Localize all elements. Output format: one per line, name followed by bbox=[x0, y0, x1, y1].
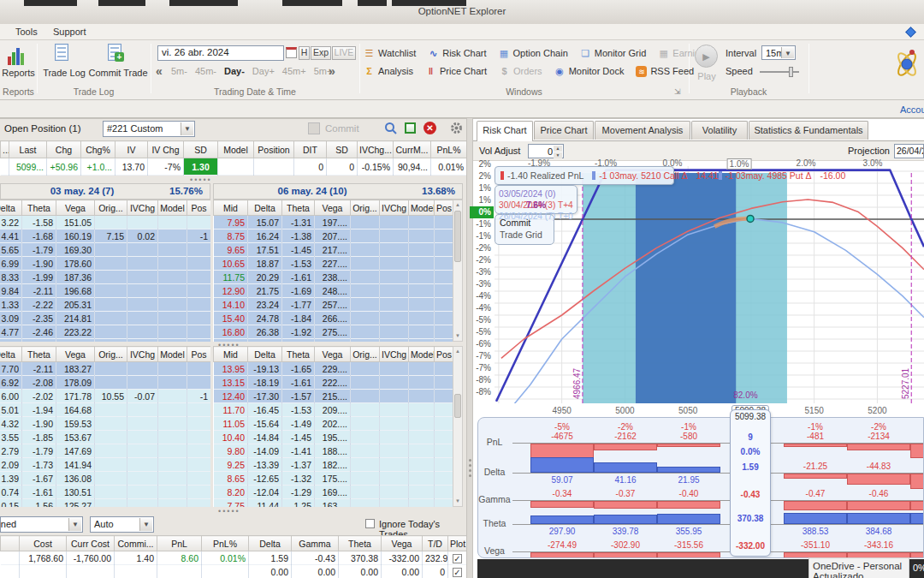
projection-date-input[interactable]: 26/04/2024 bbox=[894, 144, 924, 158]
column-header[interactable]: Model bbox=[158, 347, 187, 362]
option-row[interactable]: 12.40 -17.30 -1.57 215.... bbox=[214, 390, 453, 403]
step-forward-chevron[interactable]: » bbox=[329, 64, 335, 78]
window-toggle-button[interactable]: Price Chart bbox=[425, 63, 487, 79]
option-row[interactable]: 6.99 -1.90 178.60 bbox=[0, 257, 210, 271]
strategy-select[interactable]: #221 Custom▼ bbox=[103, 121, 195, 137]
reports-icon[interactable] bbox=[7, 45, 27, 65]
option-row[interactable]: 8.65 -12.65 -1.32 175.... bbox=[214, 472, 453, 486]
column-header[interactable]: PnL% bbox=[431, 141, 467, 158]
window-toggle-button[interactable]: Risk Chart bbox=[428, 45, 486, 61]
option-row[interactable]: 2.79 -1.79 147.69 bbox=[0, 444, 210, 458]
commit-button[interactable]: Commit bbox=[325, 123, 359, 134]
vol-adjust-spinner[interactable]: 0 ▲▼ bbox=[528, 144, 564, 158]
search-icon[interactable] bbox=[384, 122, 398, 135]
option-row[interactable]: 3.55 -1.85 153.67 bbox=[0, 431, 210, 444]
column-header[interactable]: Model bbox=[409, 200, 435, 216]
trading-date-input[interactable]: vi. 26 abr. 2024 bbox=[157, 45, 284, 61]
column-header[interactable]: Vega bbox=[315, 200, 351, 216]
option-row[interactable]: 6.27 -2.55 232.63 bbox=[0, 339, 210, 343]
option-row[interactable]: 10.40 -14.84 -1.45 195.... bbox=[214, 431, 453, 444]
column-header[interactable]: Pos bbox=[435, 347, 453, 362]
view-mode-select[interactable]: Combined▼ bbox=[0, 516, 83, 533]
column-header[interactable]: Delta bbox=[248, 200, 282, 216]
dialog-launcher-icon[interactable]: ⇲ bbox=[674, 87, 681, 96]
column-header[interactable]: Vega bbox=[56, 200, 95, 216]
column-header[interactable]: Orig... bbox=[351, 200, 380, 216]
option-row[interactable]: 7.75 -11.44 -1.25 163.... bbox=[214, 499, 453, 508]
option-row[interactable]: 2.09 -1.73 141.94 bbox=[0, 458, 210, 472]
resize-handle[interactable]: ••••• bbox=[218, 507, 240, 515]
column-header[interactable]: IV bbox=[116, 141, 148, 158]
option-row[interactable]: 1.33 -2.22 205.31 bbox=[0, 298, 210, 312]
exp-button[interactable]: Exp bbox=[311, 46, 331, 60]
option-row[interactable]: 8.20 -12.04 -1.29 169.... bbox=[214, 486, 453, 499]
history-button[interactable]: H bbox=[299, 46, 310, 60]
column-header[interactable]: Mid bbox=[214, 200, 248, 216]
option-row[interactable]: 8.33 -1.99 187.36 bbox=[0, 271, 210, 284]
commit-trade-icon[interactable]: + bbox=[108, 44, 121, 61]
option-row[interactable]: 7.95 15.07 -1.31 197.... bbox=[214, 216, 453, 229]
time-step-item[interactable]: 45m- bbox=[195, 66, 216, 76]
column-header[interactable] bbox=[1, 536, 20, 551]
export-grid-icon[interactable] bbox=[405, 122, 416, 134]
option-row[interactable]: 13.95 -19.13 -1.65 229.... bbox=[214, 362, 453, 376]
column-header[interactable]: Model bbox=[158, 200, 187, 216]
column-header[interactable]: Chg% bbox=[81, 141, 116, 158]
option-row[interactable]: 7.70 -2.11 183.27 bbox=[0, 362, 210, 376]
column-header[interactable]: Delta bbox=[0, 347, 22, 362]
column-header[interactable]: Model bbox=[409, 347, 435, 362]
option-row[interactable]: 11.70 -16.45 -1.53 209.... bbox=[214, 403, 453, 417]
column-header[interactable]: IVChg bbox=[380, 347, 409, 362]
live-button[interactable]: LIVE bbox=[332, 46, 356, 60]
column-header[interactable]: Vega bbox=[382, 536, 423, 551]
option-row[interactable]: 12.90 21.75 -1.69 248.... bbox=[214, 284, 453, 298]
column-header[interactable]: Vega bbox=[315, 347, 351, 362]
option-row[interactable]: 14.10 23.24 -1.77 257.... bbox=[214, 298, 453, 312]
time-step-item[interactable]: 45m+ bbox=[282, 66, 306, 76]
column-header[interactable]: Curr Cost bbox=[67, 536, 115, 551]
tab-movement-analysis[interactable]: Movement Analysis bbox=[595, 121, 690, 140]
column-header[interactable]: Delta bbox=[248, 347, 282, 362]
time-step-item[interactable]: Day- bbox=[224, 66, 245, 76]
column-header[interactable]: IVChg bbox=[380, 200, 409, 216]
speed-slider-thumb[interactable] bbox=[789, 67, 793, 77]
column-header[interactable]: Delta bbox=[249, 536, 292, 551]
column-header[interactable]: Mid bbox=[214, 347, 248, 362]
commit-trade-button[interactable]: Commit Trade bbox=[87, 68, 149, 78]
column-header[interactable]: Theta bbox=[282, 200, 315, 216]
option-row[interactable]: 1.39 -1.67 136.08 bbox=[0, 472, 210, 486]
column-header[interactable]: SD bbox=[327, 141, 358, 158]
menu-tools[interactable]: Tools bbox=[12, 27, 41, 37]
option-row[interactable]: 0.15 -1.56 125.27 bbox=[0, 499, 210, 508]
option-row[interactable]: 11.75 20.29 -1.61 238.... bbox=[214, 271, 453, 284]
column-header[interactable]: Position bbox=[254, 141, 294, 158]
column-header[interactable]: IV Chg bbox=[148, 141, 184, 158]
scrollbar-upper[interactable]: ▲▼ bbox=[453, 200, 463, 342]
reports-button[interactable]: Reports bbox=[0, 68, 37, 78]
option-row[interactable]: 11.05 -15.64 -1.49 202.... bbox=[214, 417, 453, 431]
column-header[interactable]: IVChg bbox=[127, 200, 158, 216]
window-toggle-button[interactable]: Monitor Dock bbox=[554, 63, 625, 79]
column-header[interactable]: Pos bbox=[187, 347, 211, 362]
gear-icon[interactable] bbox=[450, 122, 463, 134]
column-header[interactable]: Theta bbox=[22, 347, 56, 362]
column-header[interactable]: IVChg bbox=[127, 347, 158, 362]
option-row[interactable]: 4.41 -1.68 160.19 7.15 0.02 -1 bbox=[0, 229, 210, 243]
column-header[interactable]: PnL% bbox=[202, 536, 249, 551]
option-row[interactable]: 8.75 16.24 -1.38 207.... bbox=[214, 229, 453, 243]
option-row[interactable]: 16.80 26.38 -1.92 275.... bbox=[214, 325, 453, 339]
column-header[interactable]: Last bbox=[9, 141, 47, 158]
option-row[interactable]: 6.00 -2.02 171.78 10.55 -0.07 -1 bbox=[0, 390, 210, 403]
column-header[interactable]: PnL bbox=[157, 536, 202, 551]
option-row[interactable]: 5.01 -1.94 164.68 bbox=[0, 403, 210, 417]
option-row[interactable]: 0.74 -1.61 130.51 bbox=[0, 486, 210, 499]
expiration-header-2[interactable]: 06 may. 24 (10) 13.68% bbox=[213, 183, 463, 200]
totals-row[interactable]: 0.00 0.00 0.00 0.00 0 ✓ bbox=[1, 565, 467, 578]
help-gem-icon[interactable] bbox=[905, 27, 916, 38]
risk-graph[interactable]: 4966.475227.01 bbox=[495, 166, 924, 403]
step-back-chevron[interactable]: « bbox=[156, 64, 163, 78]
tab-price-chart[interactable]: Price Chart bbox=[534, 121, 594, 140]
option-row[interactable]: 9.25 -13.39 -1.37 182.... bbox=[214, 458, 453, 472]
column-header[interactable]: Cost bbox=[20, 536, 67, 551]
trade-log-button[interactable]: Trade Log bbox=[38, 68, 90, 78]
